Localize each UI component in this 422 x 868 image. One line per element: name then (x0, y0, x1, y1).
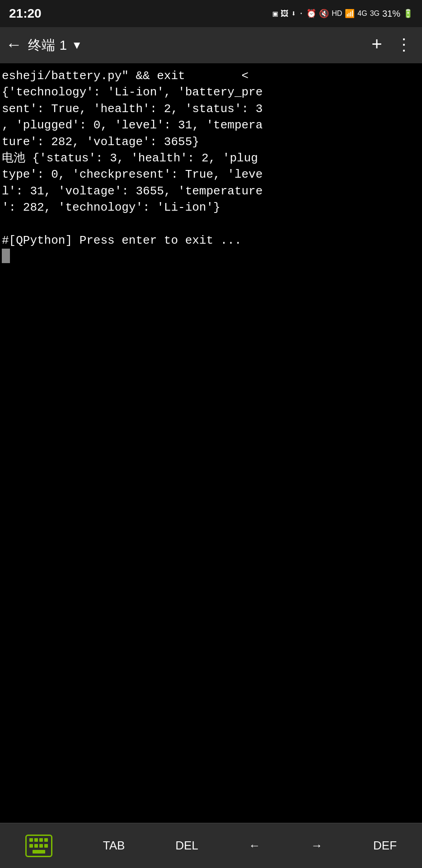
keyboard-bar: TAB DEL ← → DEF (0, 823, 422, 868)
battery-icon: 🔋 (403, 9, 413, 19)
toolbar: ← 终端 1 ▼ + ⋮ (0, 27, 422, 63)
status-icons: ▣ 🖼 ⬇ · ⏰ 🔇 HD 📶 4G 3G 31% 🔋 (273, 9, 413, 19)
mute-icon: 🔇 (319, 9, 329, 19)
right-arrow-button[interactable]: → (304, 834, 330, 857)
add-terminal-button[interactable]: + (371, 35, 382, 56)
dot-icon: · (299, 9, 304, 18)
alarm-icon: ⏰ (306, 9, 316, 19)
terminal-area[interactable]: esheji/battery.py" && exit < {'technolog… (0, 63, 422, 823)
toolbar-actions: + ⋮ (371, 35, 413, 56)
image-icon: 🖼 (281, 9, 289, 19)
terminal-number: 1 (60, 38, 67, 53)
tab-button[interactable]: TAB (96, 834, 132, 857)
left-arrow-button[interactable]: ← (242, 834, 268, 857)
more-options-button[interactable]: ⋮ (396, 35, 413, 55)
back-button[interactable]: ← (9, 36, 19, 55)
signal-3g-icon: 3G (370, 9, 380, 18)
toolbar-title: 终端 1 ▼ (28, 36, 371, 55)
keyboard-icon (25, 835, 52, 857)
del-button[interactable]: DEL (168, 834, 206, 857)
dropdown-icon[interactable]: ▼ (71, 39, 82, 52)
status-bar: 21:20 ▣ 🖼 ⬇ · ⏰ 🔇 HD 📶 4G 3G 31% 🔋 (0, 0, 422, 27)
download-icon: ⬇ (291, 9, 296, 19)
terminal-cursor (2, 249, 10, 263)
battery-percentage: 31% (382, 9, 400, 19)
terminal-label: 终端 (28, 36, 55, 55)
status-time: 21:20 (9, 6, 42, 21)
def-button[interactable]: DEF (366, 834, 404, 857)
keyboard-toggle-button[interactable] (18, 830, 60, 862)
screen-icon: ▣ (273, 9, 278, 19)
terminal-output: esheji/battery.py" && exit < {'technolog… (2, 68, 420, 249)
wifi-icon: 📶 (345, 9, 355, 19)
signal-4g-icon: 4G (357, 9, 367, 18)
hd-icon: HD (332, 9, 342, 18)
